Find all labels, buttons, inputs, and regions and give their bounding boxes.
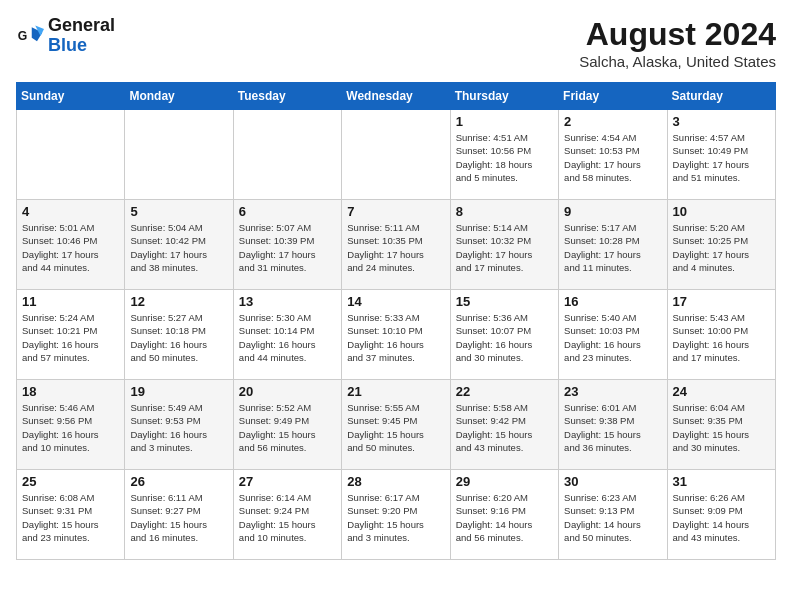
day-info: Sunrise: 5:14 AM Sunset: 10:32 PM Daylig… bbox=[456, 221, 553, 274]
day-info: Sunrise: 5:43 AM Sunset: 10:00 PM Daylig… bbox=[673, 311, 770, 364]
calendar-cell: 19Sunrise: 5:49 AM Sunset: 9:53 PM Dayli… bbox=[125, 380, 233, 470]
day-header-thursday: Thursday bbox=[450, 83, 558, 110]
day-info: Sunrise: 6:11 AM Sunset: 9:27 PM Dayligh… bbox=[130, 491, 227, 544]
day-number: 9 bbox=[564, 204, 661, 219]
calendar-cell: 21Sunrise: 5:55 AM Sunset: 9:45 PM Dayli… bbox=[342, 380, 450, 470]
calendar-cell: 1Sunrise: 4:51 AM Sunset: 10:56 PM Dayli… bbox=[450, 110, 558, 200]
day-info: Sunrise: 5:40 AM Sunset: 10:03 PM Daylig… bbox=[564, 311, 661, 364]
calendar-cell: 2Sunrise: 4:54 AM Sunset: 10:53 PM Dayli… bbox=[559, 110, 667, 200]
day-info: Sunrise: 6:20 AM Sunset: 9:16 PM Dayligh… bbox=[456, 491, 553, 544]
title-block: August 2024 Salcha, Alaska, United State… bbox=[579, 16, 776, 70]
calendar-cell: 9Sunrise: 5:17 AM Sunset: 10:28 PM Dayli… bbox=[559, 200, 667, 290]
calendar-week-row: 1Sunrise: 4:51 AM Sunset: 10:56 PM Dayli… bbox=[17, 110, 776, 200]
calendar-cell bbox=[233, 110, 341, 200]
day-number: 14 bbox=[347, 294, 444, 309]
calendar-cell: 11Sunrise: 5:24 AM Sunset: 10:21 PM Dayl… bbox=[17, 290, 125, 380]
calendar-cell: 10Sunrise: 5:20 AM Sunset: 10:25 PM Dayl… bbox=[667, 200, 775, 290]
day-number: 23 bbox=[564, 384, 661, 399]
day-info: Sunrise: 6:17 AM Sunset: 9:20 PM Dayligh… bbox=[347, 491, 444, 544]
day-number: 7 bbox=[347, 204, 444, 219]
calendar-table: SundayMondayTuesdayWednesdayThursdayFrid… bbox=[16, 82, 776, 560]
day-info: Sunrise: 6:14 AM Sunset: 9:24 PM Dayligh… bbox=[239, 491, 336, 544]
day-info: Sunrise: 6:04 AM Sunset: 9:35 PM Dayligh… bbox=[673, 401, 770, 454]
calendar-cell: 13Sunrise: 5:30 AM Sunset: 10:14 PM Dayl… bbox=[233, 290, 341, 380]
day-number: 27 bbox=[239, 474, 336, 489]
calendar-cell: 26Sunrise: 6:11 AM Sunset: 9:27 PM Dayli… bbox=[125, 470, 233, 560]
day-info: Sunrise: 5:30 AM Sunset: 10:14 PM Daylig… bbox=[239, 311, 336, 364]
day-number: 13 bbox=[239, 294, 336, 309]
day-info: Sunrise: 5:01 AM Sunset: 10:46 PM Daylig… bbox=[22, 221, 119, 274]
day-info: Sunrise: 5:46 AM Sunset: 9:56 PM Dayligh… bbox=[22, 401, 119, 454]
calendar-week-row: 18Sunrise: 5:46 AM Sunset: 9:56 PM Dayli… bbox=[17, 380, 776, 470]
day-header-tuesday: Tuesday bbox=[233, 83, 341, 110]
calendar-cell: 24Sunrise: 6:04 AM Sunset: 9:35 PM Dayli… bbox=[667, 380, 775, 470]
day-info: Sunrise: 4:57 AM Sunset: 10:49 PM Daylig… bbox=[673, 131, 770, 184]
calendar-cell: 23Sunrise: 6:01 AM Sunset: 9:38 PM Dayli… bbox=[559, 380, 667, 470]
calendar-cell: 15Sunrise: 5:36 AM Sunset: 10:07 PM Dayl… bbox=[450, 290, 558, 380]
day-number: 29 bbox=[456, 474, 553, 489]
calendar-cell: 29Sunrise: 6:20 AM Sunset: 9:16 PM Dayli… bbox=[450, 470, 558, 560]
calendar-cell: 3Sunrise: 4:57 AM Sunset: 10:49 PM Dayli… bbox=[667, 110, 775, 200]
day-info: Sunrise: 5:27 AM Sunset: 10:18 PM Daylig… bbox=[130, 311, 227, 364]
calendar-cell: 25Sunrise: 6:08 AM Sunset: 9:31 PM Dayli… bbox=[17, 470, 125, 560]
day-number: 2 bbox=[564, 114, 661, 129]
calendar-cell: 8Sunrise: 5:14 AM Sunset: 10:32 PM Dayli… bbox=[450, 200, 558, 290]
day-number: 22 bbox=[456, 384, 553, 399]
day-header-wednesday: Wednesday bbox=[342, 83, 450, 110]
day-info: Sunrise: 4:51 AM Sunset: 10:56 PM Daylig… bbox=[456, 131, 553, 184]
day-info: Sunrise: 5:07 AM Sunset: 10:39 PM Daylig… bbox=[239, 221, 336, 274]
day-info: Sunrise: 5:52 AM Sunset: 9:49 PM Dayligh… bbox=[239, 401, 336, 454]
calendar-cell: 16Sunrise: 5:40 AM Sunset: 10:03 PM Dayl… bbox=[559, 290, 667, 380]
day-header-monday: Monday bbox=[125, 83, 233, 110]
day-number: 28 bbox=[347, 474, 444, 489]
calendar-cell: 17Sunrise: 5:43 AM Sunset: 10:00 PM Dayl… bbox=[667, 290, 775, 380]
calendar-subtitle: Salcha, Alaska, United States bbox=[579, 53, 776, 70]
day-number: 21 bbox=[347, 384, 444, 399]
day-info: Sunrise: 6:23 AM Sunset: 9:13 PM Dayligh… bbox=[564, 491, 661, 544]
day-number: 3 bbox=[673, 114, 770, 129]
day-info: Sunrise: 5:55 AM Sunset: 9:45 PM Dayligh… bbox=[347, 401, 444, 454]
day-number: 18 bbox=[22, 384, 119, 399]
day-number: 31 bbox=[673, 474, 770, 489]
calendar-cell: 28Sunrise: 6:17 AM Sunset: 9:20 PM Dayli… bbox=[342, 470, 450, 560]
calendar-cell: 4Sunrise: 5:01 AM Sunset: 10:46 PM Dayli… bbox=[17, 200, 125, 290]
calendar-cell bbox=[342, 110, 450, 200]
calendar-cell bbox=[125, 110, 233, 200]
day-info: Sunrise: 5:33 AM Sunset: 10:10 PM Daylig… bbox=[347, 311, 444, 364]
logo-blue: Blue bbox=[48, 35, 87, 55]
day-number: 6 bbox=[239, 204, 336, 219]
day-number: 4 bbox=[22, 204, 119, 219]
day-info: Sunrise: 6:01 AM Sunset: 9:38 PM Dayligh… bbox=[564, 401, 661, 454]
day-number: 19 bbox=[130, 384, 227, 399]
day-number: 17 bbox=[673, 294, 770, 309]
calendar-cell: 27Sunrise: 6:14 AM Sunset: 9:24 PM Dayli… bbox=[233, 470, 341, 560]
day-info: Sunrise: 5:20 AM Sunset: 10:25 PM Daylig… bbox=[673, 221, 770, 274]
day-header-sunday: Sunday bbox=[17, 83, 125, 110]
day-number: 16 bbox=[564, 294, 661, 309]
day-info: Sunrise: 5:49 AM Sunset: 9:53 PM Dayligh… bbox=[130, 401, 227, 454]
day-number: 1 bbox=[456, 114, 553, 129]
calendar-cell: 30Sunrise: 6:23 AM Sunset: 9:13 PM Dayli… bbox=[559, 470, 667, 560]
calendar-header-row: SundayMondayTuesdayWednesdayThursdayFrid… bbox=[17, 83, 776, 110]
day-number: 26 bbox=[130, 474, 227, 489]
day-info: Sunrise: 5:17 AM Sunset: 10:28 PM Daylig… bbox=[564, 221, 661, 274]
day-number: 25 bbox=[22, 474, 119, 489]
day-header-saturday: Saturday bbox=[667, 83, 775, 110]
calendar-title: August 2024 bbox=[579, 16, 776, 53]
calendar-cell: 14Sunrise: 5:33 AM Sunset: 10:10 PM Dayl… bbox=[342, 290, 450, 380]
calendar-week-row: 11Sunrise: 5:24 AM Sunset: 10:21 PM Dayl… bbox=[17, 290, 776, 380]
calendar-cell bbox=[17, 110, 125, 200]
day-info: Sunrise: 4:54 AM Sunset: 10:53 PM Daylig… bbox=[564, 131, 661, 184]
day-info: Sunrise: 5:36 AM Sunset: 10:07 PM Daylig… bbox=[456, 311, 553, 364]
day-number: 20 bbox=[239, 384, 336, 399]
day-number: 30 bbox=[564, 474, 661, 489]
day-number: 24 bbox=[673, 384, 770, 399]
day-info: Sunrise: 5:04 AM Sunset: 10:42 PM Daylig… bbox=[130, 221, 227, 274]
calendar-cell: 18Sunrise: 5:46 AM Sunset: 9:56 PM Dayli… bbox=[17, 380, 125, 470]
calendar-cell: 12Sunrise: 5:27 AM Sunset: 10:18 PM Dayl… bbox=[125, 290, 233, 380]
day-info: Sunrise: 5:58 AM Sunset: 9:42 PM Dayligh… bbox=[456, 401, 553, 454]
logo: G GeneralBlue bbox=[16, 16, 115, 56]
day-header-friday: Friday bbox=[559, 83, 667, 110]
calendar-week-row: 4Sunrise: 5:01 AM Sunset: 10:46 PM Dayli… bbox=[17, 200, 776, 290]
day-number: 5 bbox=[130, 204, 227, 219]
